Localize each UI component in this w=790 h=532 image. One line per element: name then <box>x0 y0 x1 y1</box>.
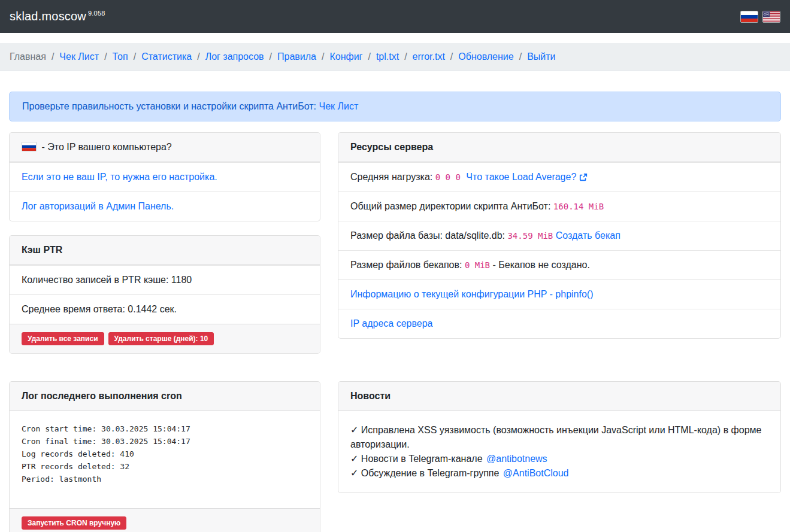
news-item-xss: ✓ Исправлена XSS уязвимость (возможность… <box>350 423 768 452</box>
card-ptr-cache: Кэш PTR Количество записей в PTR кэше: 1… <box>9 235 320 354</box>
alert-checklist-link[interactable]: Чек Лист <box>319 101 359 111</box>
phpinfo-link[interactable]: Информацию о текущей конфигурации PHP - … <box>350 289 594 299</box>
news-card-header: Новости <box>338 382 780 411</box>
resources-card-title: Ресурсы сервера <box>350 142 433 152</box>
breadcrumb-item-top[interactable]: Топ <box>113 51 128 63</box>
breadcrumb-item-tpl-txt[interactable]: tpl.txt <box>376 51 399 63</box>
breadcrumb-item-update[interactable]: Обновление <box>458 51 513 63</box>
delete-all-records-button[interactable]: Удалить все записи <box>22 332 104 345</box>
backups-size-suffix: - Бекапов не создано. <box>493 260 590 270</box>
db-size-value: 34.59 MiB <box>507 231 553 241</box>
news-xss-text: ✓ Исправлена XSS уязвимость (возможность… <box>350 425 761 449</box>
breadcrumb-item-statistics[interactable]: Статистика <box>141 51 192 63</box>
backups-size-label: Размер файлов бекапов: <box>350 260 462 270</box>
breadcrumb-band: Главная Чек Лист Топ Статистика Лог запр… <box>0 43 790 71</box>
resources-card-header: Ресурсы сервера <box>338 133 780 162</box>
brand: sklad.moscow9.058 <box>10 10 105 23</box>
cron-card-footer: Запустить CRON вручную <box>10 508 320 532</box>
backups-size-value: 0 MiB <box>465 260 490 270</box>
list-item-db-size: Размер файла базы: data/sqlite.db: 34.59… <box>338 221 780 250</box>
russia-flag-icon <box>22 142 37 151</box>
ptr-card-header: Кэш PTR <box>10 236 320 265</box>
telegram-channel-link[interactable]: @antibotnews <box>486 454 547 464</box>
breadcrumb-item-request-log[interactable]: Лог запросов <box>205 51 264 63</box>
run-cron-button[interactable]: Запустить CRON вручную <box>22 516 126 530</box>
ip-card-header: - Это IP вашего компьютера? <box>10 133 320 162</box>
breadcrumb-item-logout[interactable]: Выйти <box>527 51 555 63</box>
news-item-telegram-channel: ✓ Новости в Telegram-канале @antibotnews <box>350 452 768 466</box>
left-column-stack: - Это IP вашего компьютера? Если это не … <box>9 132 320 354</box>
ptr-records-text: Количество записей в PTR кэше: 1180 <box>22 275 192 285</box>
ptr-card-footer: Удалить все записи Удалить старше (дней)… <box>10 324 320 353</box>
news-item-telegram-group: ✓ Обсуждение в Telegram-группе @AntiBotC… <box>350 466 768 481</box>
list-item-auth-log: Лог авторизаций в Админ Панель. <box>10 191 320 221</box>
server-ip-link[interactable]: IP адреса сервера <box>350 318 432 329</box>
list-item-load-average: Средняя нагрузка: 0 0 0 Что такое Load A… <box>338 162 780 191</box>
db-size-label: Размер файла базы: data/sqlite.db: <box>350 230 505 241</box>
news-card-body: ✓ Исправлена XSS уязвимость (возможность… <box>338 411 780 493</box>
brand-name: sklad.moscow <box>10 10 86 23</box>
card-news: Новости ✓ Исправлена XSS уязвимость (воз… <box>338 381 781 493</box>
breadcrumb-item-config[interactable]: Конфиг <box>329 51 362 63</box>
list-item-phpinfo: Информацию о текущей конфигурации PHP - … <box>338 279 780 309</box>
news-channel-text: ✓ Новости в Telegram-канале <box>350 454 483 464</box>
list-item-backups-size: Размер файлов бекапов: 0 MiB - Бекапов н… <box>338 250 780 279</box>
card-server-resources: Ресурсы сервера Средняя нагрузка: 0 0 0 … <box>338 132 781 339</box>
dir-size-value: 160.14 MiB <box>553 202 604 211</box>
load-average-label: Средняя нагрузка: <box>350 172 432 182</box>
cron-card-title: Лог последнего выполнения cron <box>22 391 182 401</box>
usa-flag-icon[interactable] <box>762 11 780 23</box>
alert-text: Проверьте правильность установки и настр… <box>22 101 316 111</box>
ip-card-title: - Это IP вашего компьютера? <box>41 142 171 152</box>
dir-size-label: Общий размер директории скрипта АнтиБот: <box>350 201 550 211</box>
list-item-server-ip: IP адреса сервера <box>338 309 780 338</box>
ip-setup-link[interactable]: Если это не ваш IP, то нужна его настрой… <box>22 172 217 182</box>
list-item-ptr-records: Количество записей в PTR кэше: 1180 <box>10 265 320 294</box>
russia-flag-icon[interactable] <box>740 11 758 23</box>
delete-older-days-button[interactable]: Удалить старше (дней): 10 <box>108 332 214 345</box>
create-backup-link[interactable]: Создать бекап <box>556 230 621 241</box>
breadcrumb-item-rules[interactable]: Правила <box>277 51 316 63</box>
breadcrumb-item-error-txt[interactable]: error.txt <box>413 51 445 63</box>
card-ip-check: - Это IP вашего компьютера? Если это не … <box>9 132 320 221</box>
ptr-card-title: Кэш PTR <box>22 245 62 255</box>
news-group-text: ✓ Обсуждение в Telegram-группе <box>350 468 499 478</box>
card-cron-log: Лог последнего выполнения cron Cron star… <box>9 381 320 532</box>
cron-card-header: Лог последнего выполнения cron <box>10 382 320 411</box>
news-card-title: Новости <box>350 391 391 401</box>
breadcrumb-item-checklist[interactable]: Чек Лист <box>59 51 99 63</box>
cron-log-output: Cron start time: 30.03.2025 15:04:17 Cro… <box>10 411 320 508</box>
breadcrumb-item-home: Главная <box>10 51 46 63</box>
telegram-group-link[interactable]: @AntiBotCloud <box>503 468 569 478</box>
load-average-value: 0 0 0 <box>435 172 461 182</box>
ptr-avg-time-text: Среднее время ответа: 0.1442 сек. <box>22 304 177 314</box>
top-navbar: sklad.moscow9.058 <box>0 0 790 33</box>
language-switcher <box>740 11 780 23</box>
list-item-dir-size: Общий размер директории скрипта АнтиБот:… <box>338 191 780 221</box>
breadcrumb: Главная Чек Лист Топ Статистика Лог запр… <box>10 51 780 63</box>
external-link-icon <box>579 173 588 181</box>
brand-version: 9.058 <box>88 10 105 17</box>
list-item-ip-setup: Если это не ваш IP, то нужна его настрой… <box>10 162 320 191</box>
list-item-ptr-avg-time: Среднее время ответа: 0.1442 сек. <box>10 294 320 324</box>
load-average-help-link[interactable]: Что такое Load Average? <box>466 172 576 182</box>
dashboard-grid: - Это IP вашего компьютера? Если это не … <box>9 132 781 532</box>
auth-log-link[interactable]: Лог авторизаций в Админ Панель. <box>22 201 174 211</box>
checklist-alert: Проверьте правильность установки и настр… <box>9 92 781 121</box>
